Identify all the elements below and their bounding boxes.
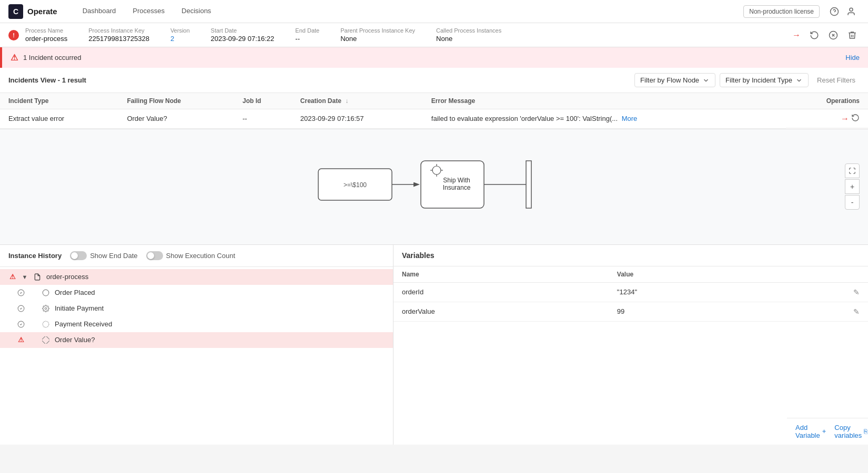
zoom-out-btn[interactable]: - <box>845 195 860 210</box>
add-variable-label: Add Variable <box>795 424 820 439</box>
meta-called-instances: Called Process Instances None <box>436 27 501 43</box>
action-arrow-icon: → <box>792 30 801 40</box>
hist-order-process-name: order-process <box>46 273 88 281</box>
instance-history-header: Instance History Show End Date Show Exec… <box>0 245 393 267</box>
filter-incident-type-dropdown[interactable]: Filter by Incident Type <box>720 73 809 87</box>
copy-variables-btn[interactable]: Copy variables ⎘ <box>834 424 867 439</box>
incident-type-cell: Extract value error <box>0 109 118 129</box>
copy-variables-label: Copy variables <box>834 424 862 439</box>
add-variable-btn[interactable]: Add Variable + <box>795 424 826 439</box>
reset-filters-btn[interactable]: Reset Filters <box>813 74 860 87</box>
col-creation-date[interactable]: Creation Date ↓ <box>292 93 423 109</box>
hist-event-icon <box>41 288 51 297</box>
show-end-date-toggle[interactable] <box>70 251 87 260</box>
var-orderid-name: orderId <box>393 282 609 302</box>
diagram-controls: + - <box>845 163 860 210</box>
diagram-canvas: >=\$100 Ship With Insuran <box>0 129 868 244</box>
incidents-table: Incident Type Failing Flow Node Job Id C… <box>0 93 868 129</box>
svg-point-2 <box>850 8 853 11</box>
meta-end-date: End Date -- <box>295 27 319 43</box>
col-failing-flow-node[interactable]: Failing Flow Node <box>118 93 234 109</box>
help-icon-btn[interactable] <box>826 3 843 20</box>
meta-parent-key: Parent Process Instance Key None <box>340 27 415 43</box>
filter-flow-node-dropdown[interactable]: Filter by Flow Node <box>634 73 715 87</box>
history-item-order-placed[interactable]: Order Placed <box>0 285 393 301</box>
license-badge[interactable]: Non-production license <box>743 5 820 18</box>
user-icon-btn[interactable] <box>843 3 860 20</box>
var-ordervalue-edit-cell: ✎ <box>768 302 868 321</box>
history-item-payment-received[interactable]: Payment Received <box>0 316 393 332</box>
version-value[interactable]: 2 <box>170 35 190 43</box>
svg-point-18 <box>43 290 49 296</box>
sort-icon: ↓ <box>345 97 348 105</box>
copy-icon: ⎘ <box>864 428 867 435</box>
error-more-link[interactable]: More <box>622 115 638 122</box>
show-end-date-toggle-group: Show End Date <box>70 251 137 260</box>
var-orderid-value: "1234" <box>609 282 768 302</box>
user-icon <box>846 7 856 16</box>
zoom-in-btn[interactable]: + <box>845 179 860 194</box>
failing-flow-node-cell: Order Value? <box>118 109 234 129</box>
bottom-section: Instance History Show End Date Show Exec… <box>0 245 868 445</box>
called-instances-label: Called Process Instances <box>436 27 501 34</box>
col-incident-type[interactable]: Incident Type <box>0 93 118 109</box>
retry-incident-btn[interactable] <box>851 114 860 124</box>
variable-row-ordervalue: orderValue 99 ✎ <box>393 302 868 321</box>
incidents-title: Incidents View - 1 result <box>8 76 634 84</box>
col-job-id[interactable]: Job Id <box>234 93 292 109</box>
show-execution-count-thumb <box>147 252 154 259</box>
var-col-name: Name <box>393 266 609 283</box>
fit-view-btn[interactable] <box>845 163 860 178</box>
retry-icon <box>810 30 819 40</box>
col-operations[interactable]: Operations <box>786 93 868 109</box>
cancel-action-btn[interactable] <box>826 28 841 43</box>
delete-icon <box>847 30 857 40</box>
document-icon <box>34 273 41 281</box>
history-item-initiate-payment[interactable]: Initiate Payment <box>0 301 393 316</box>
start-date-label: Start Date <box>211 27 275 34</box>
process-name-label: Process Name <box>25 27 67 34</box>
check-circle-icon <box>17 289 25 296</box>
incidents-view-label: Incidents View <box>8 76 56 84</box>
incidents-header: Incidents View - 1 result Filter by Flow… <box>0 68 868 93</box>
svg-point-22 <box>43 321 49 327</box>
variables-panel: Variables Name Value orderId "1234" ✎ <box>393 245 868 445</box>
chevron-down-icon-2 <box>795 77 803 84</box>
circle-icon <box>42 289 49 296</box>
called-instances-value: None <box>436 35 501 43</box>
history-item-order-process[interactable]: ⚠ ▼ order-process <box>0 269 393 285</box>
hist-completed-status-2 <box>17 304 25 313</box>
col-error-message[interactable]: Error Message <box>423 93 786 109</box>
incidents-count: 1 result <box>62 76 86 84</box>
nav-link-processes[interactable]: Processes <box>124 0 173 23</box>
check-circle-icon-3 <box>17 321 25 328</box>
edit-orderid-btn[interactable]: ✎ <box>853 288 860 296</box>
diagram-node-label: Ship With Insurance <box>430 177 483 191</box>
incidents-section: Incidents View - 1 result Filter by Flow… <box>0 68 868 129</box>
nav-link-decisions[interactable]: Decisions <box>173 0 219 23</box>
version-label: Version <box>170 27 190 34</box>
retry-action-btn[interactable] <box>807 28 822 43</box>
hist-receive-icon <box>41 320 51 329</box>
parent-key-label: Parent Process Instance Key <box>340 27 415 34</box>
error-message-cell: failed to evaluate expression 'orderValu… <box>423 109 786 129</box>
incidents-separator: - <box>58 76 62 84</box>
hist-completed-status-3 <box>17 320 25 328</box>
var-ordervalue-value: 99 <box>609 302 768 321</box>
envelope-icon <box>42 321 49 328</box>
process-info-bar: ! Process Name order-process Process Ins… <box>0 23 868 47</box>
instance-history-title: Instance History <box>8 252 62 260</box>
plus-icon: + <box>822 427 826 435</box>
hist-expand-icon[interactable]: ▼ <box>21 274 28 280</box>
incident-hide-btn[interactable]: Hide <box>845 54 860 61</box>
nav-link-dashboard[interactable]: Dashboard <box>74 0 125 23</box>
nav-links: Dashboard Processes Decisions <box>74 0 220 23</box>
delete-action-btn[interactable] <box>845 28 860 43</box>
edit-ordervalue-btn[interactable]: ✎ <box>853 307 860 316</box>
svg-rect-23 <box>42 336 49 344</box>
incident-row: Extract value error Order Value? -- 2023… <box>0 109 868 129</box>
operations-cell: → <box>786 109 868 128</box>
history-tree: ⚠ ▼ order-process Order Placed <box>0 267 393 350</box>
history-item-order-value[interactable]: ⚠ Order Value? <box>0 332 393 348</box>
show-execution-count-toggle[interactable] <box>146 251 163 260</box>
